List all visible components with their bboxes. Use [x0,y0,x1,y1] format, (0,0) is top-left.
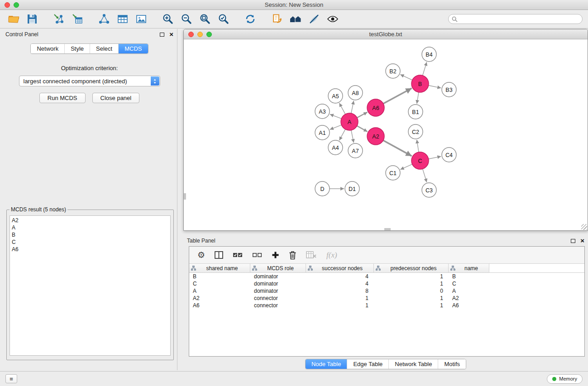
node-C2[interactable]: C2 [408,124,423,139]
panel-list-button[interactable]: ≡ [5,374,17,383]
table-float-panel-icon[interactable] [571,239,575,243]
node-A5[interactable]: A5 [328,89,343,103]
node-B3[interactable]: B3 [442,82,456,97]
float-panel-icon[interactable] [160,33,164,37]
vertical-scroll-thumb[interactable] [184,193,186,200]
node-C[interactable]: C [411,152,429,169]
edge-A-A1[interactable] [330,125,342,129]
edge-A-A5[interactable] [339,103,345,114]
mcds-result-item[interactable]: A2 [12,217,168,224]
edge-B-B4[interactable] [423,62,427,76]
apply-style-button[interactable] [306,12,322,26]
zoom-fit-button[interactable] [197,12,213,26]
toggle-columns-button[interactable] [215,251,223,259]
edge-A-A3[interactable] [330,114,341,119]
tab-network-table[interactable]: Network Table [388,359,438,369]
network-graph[interactable]: B4B2BB3A5A8A6B1A3AC2A1A2A4A7C4CC1C3DD1 [184,39,588,230]
node-C3[interactable]: C3 [422,183,436,197]
import-network-button[interactable] [51,12,67,26]
edge-A6-B[interactable] [383,88,412,104]
memory-button[interactable]: Memory [547,374,583,384]
duplicate-network-button[interactable] [269,12,285,26]
tab-select[interactable]: Select [90,44,118,53]
create-column-button[interactable] [272,251,279,259]
mcds-result-item[interactable]: A6 [12,246,168,253]
node-A7[interactable]: A7 [348,143,363,158]
table-settings-button[interactable]: ⚙ [197,251,205,259]
optimization-dropdown[interactable]: largest connected component (directed) ▲… [19,76,160,86]
horizontal-scroll-thumb[interactable] [384,228,391,230]
mcds-result-item[interactable]: A [12,224,168,231]
edge-C-C2[interactable] [417,140,419,152]
edge-A2-C[interactable] [383,140,412,156]
node-B1[interactable]: B1 [408,105,423,119]
column-header-predecessor-nodes[interactable]: predecessor nodes [374,264,449,272]
window-resize-grip[interactable] [581,224,587,230]
table-row[interactable]: A2connector11A2 [189,295,584,302]
deselect-all-button[interactable] [252,252,262,259]
home-button[interactable] [287,12,304,26]
edge-A-A7[interactable] [351,130,354,143]
tab-network[interactable]: Network [31,44,64,53]
node-A[interactable]: A [341,113,358,130]
column-header-successor-nodes[interactable]: successor nodes [306,264,374,272]
network-minimize-light[interactable] [197,32,203,37]
zoom-in-button[interactable] [160,12,176,26]
tab-edge-table[interactable]: Edge Table [347,359,388,369]
edge-C-C1[interactable] [400,164,412,170]
node-C1[interactable]: C1 [386,166,400,180]
node-A8[interactable]: A8 [348,86,363,100]
node-C4[interactable]: C4 [442,148,456,162]
edge-B-B2[interactable] [400,75,412,80]
show-hide-button[interactable] [325,12,341,26]
node-A3[interactable]: A3 [315,104,330,119]
search-input[interactable] [448,14,583,24]
delete-table-button[interactable] [306,251,317,259]
node-B[interactable]: B [411,75,429,92]
node-D1[interactable]: D1 [345,181,359,196]
node-A1[interactable]: A1 [315,125,330,140]
edge-B-B1[interactable] [417,92,419,104]
table-row[interactable]: A6connector11A6 [189,302,584,309]
traffic-light-close[interactable] [5,2,10,8]
tab-mcds[interactable]: MCDS [118,44,148,53]
mcds-result-item[interactable]: B [12,231,168,238]
close-panel-button[interactable]: Close panel [92,93,140,103]
table-row[interactable]: Adominator80A [189,287,584,295]
zoom-out-button[interactable] [178,12,195,26]
edge-A-A4[interactable] [339,129,345,140]
tab-style[interactable]: Style [64,44,90,53]
zoom-selected-button[interactable] [215,12,232,26]
edge-B-B3[interactable] [429,86,441,88]
network-canvas[interactable]: B4B2BB3A5A8A6B1A3AC2A1A2A4A7C4CC1C3DD1 [184,39,588,230]
refresh-button[interactable] [242,12,258,26]
mcds-result-item[interactable]: C [12,238,168,246]
save-session-button[interactable] [24,12,40,26]
node-A4[interactable]: A4 [328,140,343,155]
traffic-light-zoom[interactable] [14,2,19,8]
table-row[interactable]: Cdominator41C [189,280,584,287]
new-table-button[interactable] [115,12,131,26]
new-network-button[interactable] [96,12,112,26]
open-session-button[interactable] [5,12,22,26]
export-image-button[interactable] [133,12,149,26]
control-panel-close-icon[interactable]: × [169,32,173,37]
column-header-mcds-role[interactable]: MCDS role [250,264,306,272]
tab-motifs[interactable]: Motifs [438,359,466,369]
node-B2[interactable]: B2 [386,64,400,78]
edge-A-A8[interactable] [351,101,354,114]
edge-A-A2[interactable] [357,126,368,132]
edge-C-C4[interactable] [429,157,441,159]
delete-column-button[interactable] [289,251,296,260]
mcds-result-list[interactable]: A2ABCA6 [10,215,171,356]
tab-node-table[interactable]: Node Table [306,359,347,369]
edge-C-C3[interactable] [423,169,427,182]
node-B4[interactable]: B4 [422,47,436,62]
column-header-shared-name[interactable]: shared name [189,264,250,272]
function-builder-button[interactable]: f(x) [326,251,337,260]
node-A2[interactable]: A2 [367,128,384,145]
select-all-button[interactable] [233,252,243,259]
network-close-light[interactable] [188,32,194,37]
table-panel-close-icon[interactable]: × [580,238,584,243]
network-zoom-light[interactable] [206,32,212,37]
